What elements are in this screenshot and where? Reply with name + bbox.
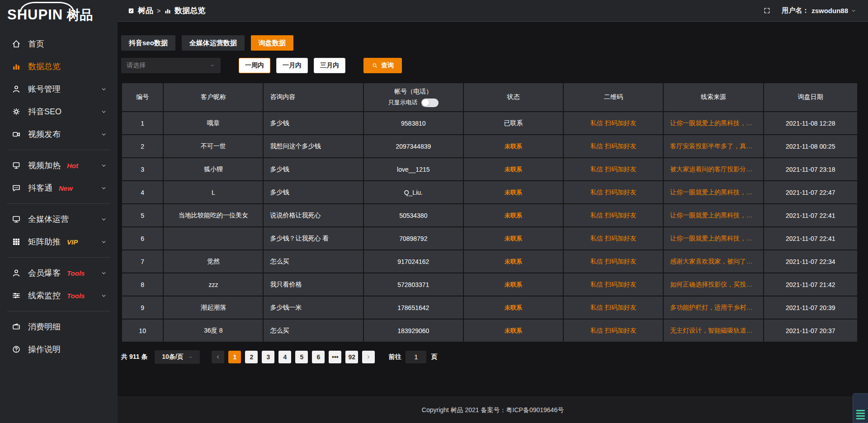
tabs: 抖音seo数据全媒体运营数据询盘数据 [121, 35, 858, 51]
chevron-down-icon [101, 293, 107, 299]
cell-qr-link[interactable]: 私信 扫码加好友 [564, 250, 663, 273]
range-button-3[interactable]: 三月内 [314, 58, 345, 73]
cell-nickname: 觉然 [164, 250, 263, 273]
tab-media-ops-data[interactable]: 全媒体运营数据 [182, 35, 245, 51]
page-size-select[interactable]: 10条/页 [155, 350, 200, 364]
cell-source-link[interactable]: 被大家追着问的客厅投影分享... [664, 158, 763, 180]
bar-chart-icon [164, 7, 171, 14]
sidebar-item-douyinseo[interactable]: 抖音SEO [0, 100, 118, 123]
table-row: 6多少钱？让我死心 看70898792未联系私信 扫码加好友让你一眼就爱上的黑科… [122, 227, 857, 249]
cell-qr-link[interactable]: 私信 扫码加好友 [564, 320, 663, 342]
cell-source-link[interactable]: 如何正确选择投影仪，买投影... [664, 273, 763, 296]
sidebar-item-clue[interactable]: 线索监控Tools [0, 284, 118, 307]
cell-qr-link[interactable]: 私信 扫码加好友 [564, 296, 663, 319]
cell-source-link[interactable]: 多功能护栏灯，适用于乡村文... [664, 296, 763, 319]
sidebar-item-media[interactable]: 全媒体运营 [0, 208, 118, 230]
sidebar-item-label: 数据总览 [28, 61, 61, 72]
cell-qr-link[interactable]: 私信 扫码加好友 [564, 227, 663, 249]
cell-id: 9 [122, 296, 163, 319]
range-button-2[interactable]: 一月内 [276, 58, 308, 73]
table-row: 7觉然怎么买917024162未联系私信 扫码加好友感谢大家喜欢我家，被问了好.… [122, 250, 857, 273]
chevron-down-icon [210, 63, 215, 68]
range-buttons: 一周内一月内三月内 [221, 58, 345, 73]
sidebar-item-help[interactable]: 操作说明 [0, 338, 118, 361]
cell-source-link[interactable]: 让你一眼就爱上的黑科技，能... [664, 112, 763, 134]
sidebar-item-matrix[interactable]: 矩阵助推VIP [0, 230, 118, 253]
monitor-icon [12, 215, 21, 224]
cell-date: 2021-11-08 12:28 [764, 112, 857, 134]
video-icon [12, 130, 21, 139]
prev-page-button[interactable] [212, 351, 224, 363]
chevron-down-icon [101, 216, 107, 222]
username-label: 用户名： [782, 6, 809, 15]
content-area: 抖音seo数据全媒体运营数据询盘数据 请选择 一周内一月内三月内 查询 [118, 22, 868, 397]
cell-content: 怎么买 [264, 250, 363, 273]
breadcrumb-root[interactable]: 树品 [127, 5, 153, 16]
chevron-left-icon [215, 354, 221, 360]
chat-widget[interactable] [853, 393, 868, 423]
cell-qr-link[interactable]: 私信 扫码加好友 [564, 204, 663, 226]
cell-source-link[interactable]: 客厅安装投影半年多了，真实... [664, 135, 763, 157]
next-page-button[interactable] [362, 351, 375, 363]
breadcrumb-current[interactable]: 数据总览 [164, 5, 205, 16]
sidebar-item-account[interactable]: 账号管理 [0, 78, 118, 100]
sidebar-item-douketong[interactable]: 抖客通New [0, 177, 118, 199]
page-button-6[interactable]: 6 [312, 351, 325, 363]
cell-nickname: 哦章 [164, 112, 263, 134]
cell-source-link[interactable]: 让你一眼就爱上的黑科技，能... [664, 227, 763, 249]
sidebar-item-home[interactable]: 首页 [0, 33, 118, 55]
sidebar-item-consume[interactable]: 消费明细 [0, 315, 118, 338]
sidebar-item-data[interactable]: 数据总览 [0, 55, 118, 78]
cell-qr-link[interactable]: 私信 扫码加好友 [564, 158, 663, 180]
page-button-4[interactable]: 4 [278, 351, 291, 363]
cell-id: 10 [122, 320, 163, 342]
sidebar-item-heat[interactable]: 视频加热Hot [0, 154, 118, 177]
sliders-icon [12, 291, 21, 300]
cell-source-link[interactable]: 让你一眼就爱上的黑科技，能... [664, 204, 763, 226]
table-row: 4L多少钱Q_Liu.未联系私信 扫码加好友让你一眼就爱上的黑科技，能...20… [122, 181, 857, 203]
tab-inquiry-data[interactable]: 询盘数据 [251, 35, 293, 51]
goto-page-input[interactable] [406, 351, 426, 363]
page-button-5[interactable]: 5 [295, 351, 308, 363]
total-count-label: 共 911 条 [121, 353, 147, 361]
sidebar-item-label: 抖音SEO [28, 106, 61, 117]
cell-date: 2021-11-07 22:41 [764, 227, 857, 249]
cell-qr-link[interactable]: 私信 扫码加好友 [564, 181, 663, 203]
fullscreen-icon[interactable] [763, 7, 771, 14]
page-button-1[interactable]: 1 [228, 351, 241, 363]
more-pages-button[interactable]: ••• [329, 351, 341, 363]
user-menu[interactable]: 用户名： zswodun88 [782, 6, 856, 15]
cell-qr-link[interactable]: 私信 扫码加好友 [564, 273, 663, 296]
cell-source-link[interactable]: 感谢大家喜欢我家，被问了好... [664, 250, 763, 273]
sidebar-item-label: 矩阵助推 [28, 236, 61, 247]
app-logo: SHUPIN 树品 [0, 0, 118, 29]
tab-douyin-seo-data[interactable]: 抖音seo数据 [121, 35, 175, 51]
sidebar-badge: New [59, 184, 73, 192]
page-button-92[interactable]: 92 [345, 351, 358, 363]
status-badge: 未联系 [464, 296, 563, 319]
sidebar-item-member[interactable]: 会员爆客Tools [0, 262, 118, 284]
doc-icon [127, 7, 135, 14]
cell-source-link[interactable]: 无主灯设计，智能磁吸轨道灯... [664, 320, 763, 342]
cell-date: 2021-11-07 22:47 [764, 181, 857, 203]
cell-source-link[interactable]: 让你一眼就爱上的黑科技，能... [664, 181, 763, 203]
sidebar: SHUPIN 树品 首页数据总览账号管理抖音SEO视频发布视频加热Hot抖客通N… [0, 0, 118, 423]
cell-id: 7 [122, 250, 163, 273]
phone-only-toggle[interactable] [421, 99, 439, 107]
account-header-label: 帐号（电话） [394, 88, 432, 96]
account-select[interactable]: 请选择 [121, 58, 221, 73]
range-button-1[interactable]: 一周内 [239, 58, 270, 73]
cell-qr-link[interactable]: 私信 扫码加好友 [564, 135, 663, 157]
cell-id: 2 [122, 135, 163, 157]
table-row: 9潮起潮落多少钱一米178651642未联系私信 扫码加好友多功能护栏灯，适用于… [122, 296, 857, 319]
page-button-3[interactable]: 3 [262, 351, 274, 363]
sidebar-item-label: 抖客通 [28, 183, 52, 193]
sidebar-item-publish[interactable]: 视频发布 [0, 123, 118, 146]
query-button-label: 查询 [381, 61, 394, 70]
search-icon [372, 62, 378, 69]
user-icon [12, 85, 21, 94]
cell-qr-link[interactable]: 私信 扫码加好友 [564, 112, 663, 134]
query-button[interactable]: 查询 [363, 58, 402, 73]
page-button-2[interactable]: 2 [245, 351, 258, 363]
chat-icon [12, 183, 21, 193]
